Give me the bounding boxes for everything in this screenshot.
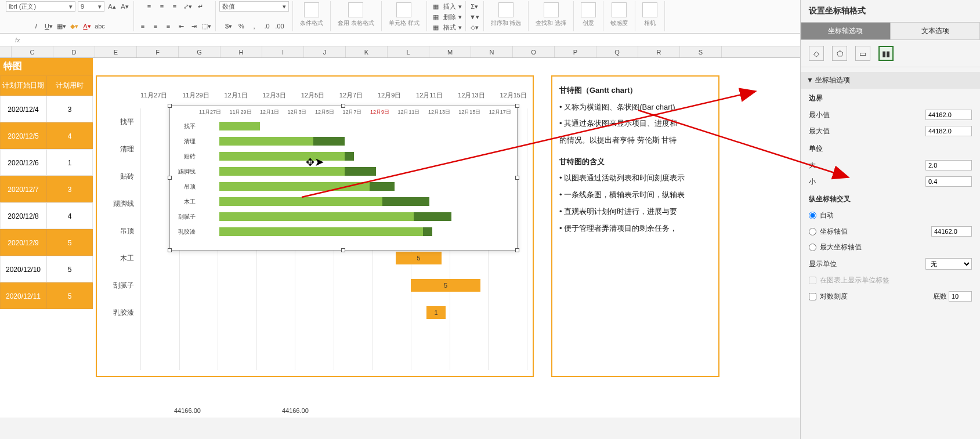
resize-handle[interactable] xyxy=(515,176,519,180)
decrease-font-icon[interactable]: A▾ xyxy=(120,1,130,12)
fx-label: fx xyxy=(15,37,20,43)
align-bottom-icon[interactable]: ≡ xyxy=(169,1,180,12)
embedded-chart-selected[interactable]: 11月27日11月29日12月1日12月3日12月5日12月7日12月9日12月… xyxy=(169,106,518,251)
find-select-button[interactable]: 查找和 选择 xyxy=(532,1,570,28)
fill-icon[interactable]: ▼▾ xyxy=(469,12,480,22)
resize-handle[interactable] xyxy=(168,248,172,252)
table-row[interactable]: 2020/12/54 xyxy=(0,122,93,149)
dec-decimal-icon[interactable]: .00 xyxy=(274,21,285,31)
input-max[interactable] xyxy=(925,126,972,136)
phonetic-icon[interactable]: abc xyxy=(95,21,105,31)
description-box: 甘特图（Gantt chart） • 又称为横道图、条状图(Bar chart)… xyxy=(551,75,719,377)
section-axis-options[interactable]: ▼ 坐标轴选项 xyxy=(801,72,980,89)
units-heading: 单位 xyxy=(809,144,972,154)
increase-font-icon[interactable]: A▴ xyxy=(107,1,117,12)
cond-format-icon xyxy=(304,2,319,17)
cross-heading: 纵坐标轴交叉 xyxy=(809,194,972,204)
tab-axis-options[interactable]: 坐标轴选项 xyxy=(801,22,891,40)
resize-handle[interactable] xyxy=(515,248,519,252)
table-row[interactable]: 2020/12/95 xyxy=(0,229,93,256)
format-icon[interactable]: ▦ xyxy=(431,22,441,32)
th-duration: 计划用时 xyxy=(46,75,93,96)
clear-icon[interactable]: ◇▾ xyxy=(469,22,480,32)
font-name-combo[interactable]: ibri (正文)▾ xyxy=(6,1,75,12)
radio-auto[interactable]: 自动 xyxy=(809,211,834,220)
check-show-label: 在图表上显示单位标签 xyxy=(809,275,889,285)
table-row[interactable]: 2020/12/61 xyxy=(0,149,93,176)
fill-color-icon[interactable]: ◆▾ xyxy=(69,21,79,31)
indent-inc-icon[interactable]: ⇥ xyxy=(189,21,199,31)
radio-axis-value[interactable]: 坐标轴值 xyxy=(809,227,848,237)
footer-numbers: 44166.0044166.00 xyxy=(174,407,309,414)
font-size-combo[interactable]: 9▾ xyxy=(78,1,104,12)
currency-icon[interactable]: $▾ xyxy=(223,21,234,31)
indent-dec-icon[interactable]: ⇤ xyxy=(176,21,186,31)
comma-icon[interactable]: , xyxy=(249,21,259,31)
sheet-title: 特图 xyxy=(0,58,93,75)
data-table: 计划开始日期 计划用时 2020/12/432020/12/542020/12/… xyxy=(0,75,93,309)
input-axis-value[interactable] xyxy=(931,226,972,237)
size-props-icon[interactable]: ▭ xyxy=(855,46,870,61)
align-left-icon[interactable]: ≡ xyxy=(138,21,148,31)
ideas-button[interactable]: 创意 xyxy=(577,1,599,28)
label-min: 最小值 xyxy=(809,110,830,120)
label-minor: 小 xyxy=(809,177,816,187)
cell-style-button[interactable]: 单元格 样式 xyxy=(385,1,423,28)
align-center-icon[interactable]: ≡ xyxy=(150,21,161,31)
table-row[interactable]: 2020/12/73 xyxy=(0,176,93,202)
check-log-scale[interactable]: 对数刻度 xyxy=(809,292,848,302)
gantt-chart-outer[interactable]: 11月27日11月29日12月1日12月3日12月5日12月7日12月9日12月… xyxy=(96,75,534,377)
border-icon[interactable]: ▦▾ xyxy=(56,21,67,31)
input-major[interactable] xyxy=(925,160,972,170)
align-right-icon[interactable]: ≡ xyxy=(163,21,173,31)
camera-button[interactable]: 相机 xyxy=(639,1,661,28)
merge-icon[interactable]: ⬚▾ xyxy=(201,21,212,31)
wrap-text-icon[interactable]: ↵ xyxy=(195,1,205,12)
table-row[interactable]: 2020/12/105 xyxy=(0,256,93,282)
align-top-icon[interactable]: ≡ xyxy=(144,1,154,12)
outer-y-labels: 找平清理贴砖踢脚线吊顶木工刮腻子乳胶漆 xyxy=(103,108,138,326)
table-format-button[interactable]: 套用 表格格式 xyxy=(334,1,378,28)
table-format-icon xyxy=(348,2,363,17)
resize-handle[interactable] xyxy=(168,104,172,108)
italic-icon[interactable]: I xyxy=(31,21,41,31)
input-min[interactable] xyxy=(925,110,972,120)
axis-chart-icon[interactable]: ▮▮ xyxy=(878,46,894,61)
delete-icon[interactable]: ▦ xyxy=(431,12,441,22)
number-format-combo[interactable]: 数值▾ xyxy=(219,1,289,12)
insert-icon[interactable]: ▦ xyxy=(431,1,441,12)
outer-date-labels: 11月27日11月29日12月1日12月3日12月5日12月7日12月9日12月… xyxy=(140,91,527,100)
label-max: 最大值 xyxy=(809,126,830,136)
input-minor[interactable] xyxy=(925,176,972,187)
radio-max-axis[interactable]: 最大坐标轴值 xyxy=(809,242,862,252)
table-row[interactable]: 2020/12/84 xyxy=(0,202,93,229)
align-middle-icon[interactable]: ≡ xyxy=(157,1,167,12)
table-row[interactable]: 2020/12/43 xyxy=(0,96,93,122)
resize-handle[interactable] xyxy=(341,104,345,108)
underline-icon[interactable]: U▾ xyxy=(44,21,54,31)
pane-tabs: 坐标轴选项 文本选项 xyxy=(801,22,980,40)
resize-handle[interactable] xyxy=(341,248,345,252)
pane-title: 设置坐标轴格式 xyxy=(801,0,980,22)
font-color-icon[interactable]: A▾ xyxy=(82,21,92,31)
fill-line-icon[interactable]: ◇ xyxy=(809,46,824,61)
format-axis-pane: 设置坐标轴格式 坐标轴选项 文本选项 ◇ ⬠ ▭ ▮▮ ▼ 坐标轴选项 边界 最… xyxy=(800,0,980,439)
tab-text-options[interactable]: 文本选项 xyxy=(891,22,981,40)
sensitivity-button[interactable]: 敏感度 xyxy=(607,1,631,28)
autosum-icon[interactable]: Σ▾ xyxy=(469,1,480,12)
percent-icon[interactable]: % xyxy=(236,21,247,31)
input-base[interactable] xyxy=(949,291,972,302)
camera-icon xyxy=(642,2,657,17)
th-start-date: 计划开始日期 xyxy=(0,75,46,96)
effects-icon[interactable]: ⬠ xyxy=(832,46,847,61)
sensitivity-icon xyxy=(612,2,627,17)
cond-format-button[interactable]: 条件格式 xyxy=(296,1,327,28)
select-display-unit[interactable]: 无 xyxy=(925,258,972,270)
resize-handle[interactable] xyxy=(515,104,519,108)
inc-decimal-icon[interactable]: .0 xyxy=(262,21,272,31)
orientation-icon[interactable]: ⤢▾ xyxy=(182,1,193,12)
label-base: 底数 xyxy=(933,292,947,300)
table-row[interactable]: 2020/12/115 xyxy=(0,282,93,309)
sort-filter-button[interactable]: 排序和 筛选 xyxy=(487,1,525,28)
ideas-icon xyxy=(581,2,596,17)
